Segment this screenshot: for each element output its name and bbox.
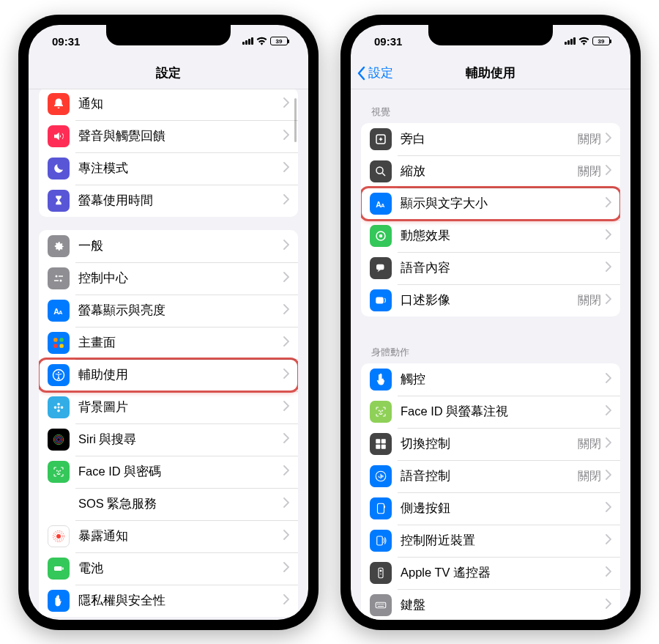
accessibility-list[interactable]: 視覺 旁白 關閉 縮放 關閉 AA 顯示與文字大小 動態效果 語音內容 口述影像… xyxy=(351,89,630,620)
row-label: 口述影像 xyxy=(401,292,578,308)
back-button[interactable]: 設定 xyxy=(357,64,393,81)
row-switch-control[interactable]: 切換控制 關閉 xyxy=(361,428,620,460)
battery-icon: 39 xyxy=(592,37,610,45)
row-control-center[interactable]: 控制中心 xyxy=(39,262,298,295)
svg-rect-6 xyxy=(53,338,57,341)
row-display[interactable]: AA 螢幕顯示與亮度 xyxy=(39,295,298,327)
chevron-right-icon xyxy=(283,240,289,253)
svg-rect-39 xyxy=(381,439,386,443)
row-detail: 關閉 xyxy=(578,132,601,147)
row-label: 旁白 xyxy=(401,131,578,147)
row-battery[interactable]: 電池 xyxy=(39,552,298,585)
accessibility-group-1: 觸控 Face ID 與螢幕注視 切換控制 關閉 語音控制 關閉 側邊按鈕 控制… xyxy=(361,363,620,620)
row-faceid[interactable]: Face ID 與密碼 xyxy=(39,456,298,488)
text-size-icon: AA xyxy=(370,193,392,215)
row-detail: 關閉 xyxy=(578,293,601,308)
row-side-button[interactable]: 側邊按鈕 xyxy=(361,492,620,525)
hand-icon xyxy=(48,590,70,612)
row-detail: 關閉 xyxy=(578,164,601,179)
svg-point-48 xyxy=(380,574,381,575)
section-header-0: 視覺 xyxy=(361,89,620,123)
svg-rect-26 xyxy=(54,566,62,571)
screen-settings: 09:31 39 設定 通知 聲音與觸覺回饋 專注模式 螢幕使用時間 一般 控制 xyxy=(29,25,308,620)
svg-text:A: A xyxy=(381,202,385,209)
wifi-icon xyxy=(578,37,589,45)
svg-point-17 xyxy=(53,434,64,445)
status-time: 09:31 xyxy=(374,35,402,48)
row-detail: 關閉 xyxy=(578,437,601,452)
gear-icon xyxy=(48,235,70,257)
svg-point-15 xyxy=(54,406,57,409)
svg-rect-45 xyxy=(377,536,383,545)
row-notifications[interactable]: 通知 xyxy=(39,89,298,120)
row-sounds[interactable]: 聲音與觸覺回饋 xyxy=(39,120,298,152)
row-sos[interactable]: SOS SOS 緊急服務 xyxy=(39,488,298,520)
svg-rect-35 xyxy=(376,297,384,304)
svg-point-11 xyxy=(58,371,59,373)
phone-accessibility: 09:31 39 設定 輔助使用 視覺 旁白 關閉 縮放 關閉 AA 顯示與文字… xyxy=(340,15,641,630)
row-exposure[interactable]: 暴露通知 xyxy=(39,520,298,552)
chevron-right-icon xyxy=(283,401,289,414)
row-faceid-attention[interactable]: Face ID 與螢幕注視 xyxy=(361,396,620,428)
row-motion[interactable]: 動態效果 xyxy=(361,220,620,252)
chevron-right-icon xyxy=(283,272,289,285)
row-accessibility[interactable]: 輔助使用 xyxy=(39,359,298,391)
wifi-icon xyxy=(256,37,267,45)
row-audio-desc[interactable]: 口述影像 關閉 xyxy=(361,284,620,317)
row-privacy[interactable]: 隱私權與安全性 xyxy=(39,585,298,617)
row-wallpaper[interactable]: 背景圖片 xyxy=(39,391,298,423)
row-keyboard[interactable]: 鍵盤 xyxy=(361,589,620,620)
row-screen-time[interactable]: 螢幕使用時間 xyxy=(39,185,298,217)
row-focus[interactable]: 專注模式 xyxy=(39,152,298,185)
row-touch[interactable]: 觸控 xyxy=(361,363,620,396)
moon-icon xyxy=(48,158,70,179)
row-zoom[interactable]: 縮放 關閉 xyxy=(361,155,620,188)
back-label: 設定 xyxy=(368,64,393,81)
chevron-right-icon xyxy=(606,262,611,275)
svg-rect-34 xyxy=(376,264,384,270)
status-bar: 09:31 39 xyxy=(351,25,630,57)
accessibility-group-0: 旁白 關閉 縮放 關閉 AA 顯示與文字大小 動態效果 語音內容 口述影像 關閉 xyxy=(361,123,620,317)
chevron-right-icon xyxy=(283,530,289,543)
row-home-screen[interactable]: 主畫面 xyxy=(39,327,298,359)
side-button-icon xyxy=(370,497,392,519)
settings-group-1: 一般 控制中心 AA 螢幕顯示與亮度 主畫面 輔助使用 背景圖片 Siri 與搜… xyxy=(39,230,298,617)
svg-point-20 xyxy=(57,438,61,442)
svg-point-47 xyxy=(380,570,382,572)
svg-rect-27 xyxy=(62,568,64,570)
svg-point-37 xyxy=(382,410,383,411)
row-spoken-content[interactable]: 語音內容 xyxy=(361,252,620,284)
row-label: 一般 xyxy=(78,238,283,254)
svg-rect-49 xyxy=(376,602,386,608)
voiceover-icon xyxy=(370,128,392,150)
row-display-text[interactable]: AA 顯示與文字大小 xyxy=(361,188,620,220)
siri-icon xyxy=(48,429,70,451)
svg-point-29 xyxy=(376,167,383,174)
chevron-right-icon xyxy=(283,433,289,446)
row-label: 聲音與觸覺回饋 xyxy=(78,128,283,144)
page-title: 設定 xyxy=(156,64,181,81)
settings-group-0: 通知 聲音與觸覺回饋 專注模式 螢幕使用時間 xyxy=(39,89,298,217)
speech-icon xyxy=(370,257,392,279)
row-label: 控制附近裝置 xyxy=(401,533,606,549)
svg-rect-44 xyxy=(384,506,386,508)
row-apple-tv-remote[interactable]: Apple TV 遙控器 xyxy=(361,557,620,589)
row-general[interactable]: 一般 xyxy=(39,230,298,262)
row-voice-control[interactable]: 語音控制 關閉 xyxy=(361,460,620,492)
chevron-right-icon xyxy=(606,599,611,612)
chevron-right-icon xyxy=(283,304,289,317)
settings-list[interactable]: 通知 聲音與觸覺回饋 專注模式 螢幕使用時間 一般 控制中心 AA 螢幕顯示與亮… xyxy=(29,89,308,620)
page-title: 輔助使用 xyxy=(466,64,515,81)
row-label: 語音內容 xyxy=(401,260,606,276)
chevron-right-icon xyxy=(283,497,289,511)
row-label: 螢幕顯示與亮度 xyxy=(78,303,283,319)
row-nearby-control[interactable]: 控制附近裝置 xyxy=(361,525,620,557)
svg-point-33 xyxy=(379,234,383,238)
row-label: 專注模式 xyxy=(78,160,283,177)
svg-point-22 xyxy=(60,470,61,471)
row-siri[interactable]: Siri 與搜尋 xyxy=(39,423,298,456)
sos-icon: SOS xyxy=(48,493,70,515)
row-voiceover[interactable]: 旁白 關閉 xyxy=(361,123,620,155)
row-label: Face ID 與螢幕注視 xyxy=(401,404,606,420)
row-label: 動態效果 xyxy=(401,228,606,244)
